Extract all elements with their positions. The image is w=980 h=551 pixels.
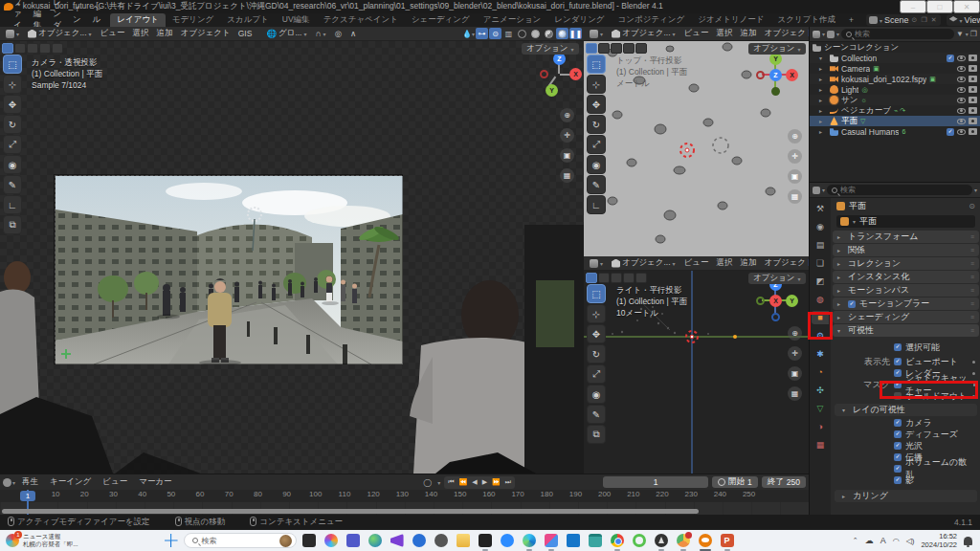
timeline-ruler[interactable]: 1020304050607080901001101201301401501601… [0,490,809,502]
ray-checkbox[interactable] [894,453,902,461]
playback-button[interactable]: ▶ [480,478,489,486]
workspace-tab[interactable]: レイアウト [110,13,166,27]
taskbar-app-icon[interactable] [523,534,536,547]
ray-checkbox[interactable] [894,419,902,427]
properties-tab[interactable] [812,402,829,415]
expand-arrow-icon[interactable]: ▾ [819,55,827,61]
panel-header[interactable]: ▸ モーションブラー ≡ [833,298,979,310]
annotate-tool[interactable]: ✎ [587,175,606,194]
disable-render-icon[interactable] [969,118,977,124]
scale-tool[interactable]: ⤢ [3,135,22,154]
transform-tool[interactable]: ◉ [587,385,606,404]
viewport-front-canvas[interactable]: ライト・平行投影 (1) Collection | 平面 10メートル ⬚ ⊹ … [584,271,809,474]
workspace-tab[interactable]: スカルプト [220,13,276,27]
pan-hand-icon[interactable]: ✛ [560,128,574,143]
outliner-row[interactable]: ▸ ベジェカーブ ⌁ ↷ [810,105,980,116]
select-box-tool[interactable]: ⬚ [587,55,606,74]
gizmo-z-axis[interactable]: Z [769,69,782,81]
shadow-catcher-checkbox[interactable] [894,381,902,388]
viewport-options-button[interactable]: オプション▾ [522,43,579,55]
exclude-checkbox[interactable] [947,128,954,136]
visibility-panel-header[interactable]: ▾ 可視性 ≡ [833,324,979,337]
workspace-tab[interactable]: アニメーション [477,13,548,27]
wifi-icon[interactable]: ◠ [893,537,900,545]
select-mode-tweak[interactable] [2,43,13,54]
animate-dot[interactable] [972,361,975,364]
camera-view-icon[interactable]: ▣ [788,169,802,184]
mode-dropdown[interactable]: オブジェク...▾ [608,257,679,270]
playback-button[interactable]: ◀ [470,478,479,486]
outliner-root-row[interactable]: シーンコレクション [810,42,980,53]
viewport-menu-item[interactable]: 追加 [737,28,761,40]
ray-checkbox[interactable] [894,465,902,473]
timeline-scrollbar[interactable] [2,509,699,514]
timeline-menu-item[interactable]: キーイング [44,475,97,489]
disable-render-icon[interactable] [969,76,977,82]
select-mode-box[interactable] [598,273,610,283]
start-button[interactable] [165,534,178,547]
expand-arrow-icon[interactable]: ▸ [819,97,827,103]
scale-tool[interactable]: ⤢ [587,364,606,384]
menu-item[interactable]: ヘルプ [87,13,107,27]
exclude-checkbox[interactable] [947,55,954,62]
mode-dropdown[interactable]: オブジェク...▾ [24,28,96,40]
annotate-tool[interactable]: ✎ [587,405,606,424]
taskbar-app-icon[interactable] [589,534,602,547]
copy-icon[interactable]: ❐ [920,16,927,24]
animate-dot[interactable] [972,372,975,375]
select-box-tool[interactable]: ⬚ [3,55,22,74]
move-tool[interactable]: ✥ [3,95,22,114]
panel-header[interactable]: ▸ 関係 ≡ [833,244,979,256]
viewport-menu-item[interactable]: 選択 [713,28,737,40]
show-render-checkbox[interactable] [894,369,902,377]
show-viewport-checkbox[interactable] [894,358,902,365]
ray-visibility-row[interactable]: ボリュームの散乱 [831,463,980,474]
taskbar-search[interactable]: 検索 [184,533,297,548]
viewport-menu-item[interactable]: ビュー [680,257,713,270]
annotate-tool[interactable]: ✎ [3,175,22,194]
properties-tab[interactable] [812,238,829,252]
holdout-row[interactable]: ホールドアウト [831,390,980,402]
camera-view-icon[interactable]: ▣ [560,148,574,163]
pan-hand-icon[interactable]: ✛ [788,346,802,361]
gizmo-x-neg[interactable] [756,71,765,79]
taskbar-app-icon[interactable] [677,534,690,547]
workspace-tab[interactable]: テクスチャペイント [317,13,405,27]
gizmo-y-axis[interactable]: Y [546,84,558,97]
workspace-tab[interactable]: シェーディング [405,13,477,27]
gizmo-x-axis[interactable]: X [786,69,798,81]
grid-ortho-icon[interactable]: ▦ [560,168,574,183]
panel-header[interactable]: ▸ インスタンス化 ≡ [833,271,979,283]
taskbar-app-icon[interactable] [368,534,382,547]
taskbar-app-icon[interactable] [545,534,558,547]
hide-eye-icon[interactable] [957,77,966,82]
gizmo-y-neg[interactable] [756,297,765,305]
workspace-tab[interactable]: + [842,13,860,27]
mode-dropdown[interactable]: オブジェク...▾ [608,28,679,40]
frame-end-field[interactable]: 終了250 [762,476,806,488]
rotate-tool[interactable]: ↻ [587,115,606,134]
rotate-tool[interactable]: ↻ [587,344,606,364]
workspace-tab[interactable]: レンダリング [547,13,611,27]
pan-hand-icon[interactable]: ✛ [788,149,802,164]
viewport-menu-item[interactable]: オブジェクト [761,28,809,40]
taskbar-app-icon[interactable] [721,534,734,547]
culling-subpanel-header[interactable]: ▸ カリング [835,490,977,502]
transform-tool[interactable]: ◉ [587,155,606,174]
expand-arrow-icon[interactable]: ▸ [819,118,827,124]
shading-rendered[interactable] [556,28,568,39]
close-button[interactable]: ✕ [953,0,980,13]
outliner-row[interactable]: ▾ Collection [810,53,980,63]
taskbar-app-icon[interactable] [611,534,624,547]
add-cube-tool[interactable]: ⧉ [3,215,22,234]
outliner-row[interactable]: ▸ kokusai_dori_1022.fspy ▣ [810,74,980,84]
workspace-tab[interactable]: コンポジティング [612,13,692,27]
panel-checkbox[interactable] [848,300,856,308]
pause-render-button[interactable]: ❚❚ [569,28,582,39]
taskbar-app-icon[interactable] [302,534,316,547]
shading-wireframe[interactable] [516,28,528,39]
panel-header[interactable]: ▸ モーションパス ≡ [833,284,979,297]
tray-chevron-icon[interactable]: ⌃ [853,537,858,544]
hide-eye-icon[interactable] [957,108,966,114]
outliner-row[interactable]: ▸ Camera ▣ [810,63,980,74]
